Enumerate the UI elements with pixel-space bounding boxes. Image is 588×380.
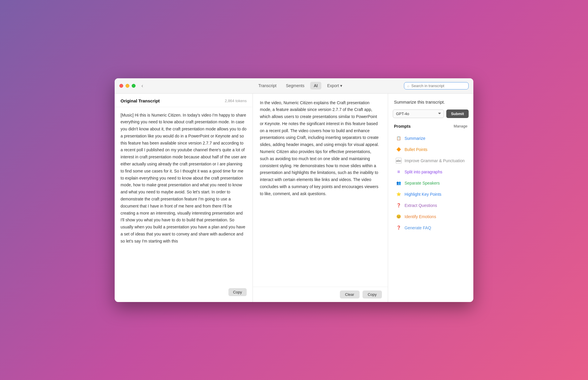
clear-button[interactable]: Clear bbox=[340, 291, 360, 298]
prompt-generate-faq[interactable]: ❓ Generate FAQ bbox=[393, 222, 469, 233]
left-panel-body: [Music] Hi this is Numeric Citizen. In t… bbox=[115, 107, 253, 302]
search-box: ⌕ bbox=[404, 82, 469, 89]
right-panel: Summarize this transcript. GPT-4o GPT-4 … bbox=[388, 94, 473, 302]
tab-segments[interactable]: Segments bbox=[282, 82, 308, 89]
export-button[interactable]: Export ▾ bbox=[324, 82, 346, 89]
middle-panel: In the video, Numeric Citizen explains t… bbox=[253, 94, 388, 302]
prompt-extract-questions[interactable]: ❓ Extract Questions bbox=[393, 200, 469, 211]
extract-questions-icon: ❓ bbox=[396, 203, 402, 208]
prompts-header: Prompts Manage bbox=[388, 122, 473, 132]
middle-panel-body: In the video, Numeric Citizen explains t… bbox=[253, 94, 388, 287]
prompt-identify-emotions-label: Identify Emotions bbox=[405, 214, 436, 219]
identify-emotions-icon: 😊 bbox=[396, 214, 402, 220]
prompt-highlight-key-points-label: Highlight Key Points bbox=[405, 192, 441, 197]
right-controls: GPT-4o GPT-4 GPT-3.5 Submit bbox=[388, 109, 473, 122]
right-panel-header: Summarize this transcript. bbox=[388, 94, 473, 109]
tab-ai[interactable]: AI bbox=[310, 82, 321, 89]
prompt-highlight-key-points[interactable]: ⭐ Highlight Key Points bbox=[393, 189, 469, 200]
close-button[interactable] bbox=[119, 84, 123, 88]
tab-transcript[interactable]: Transcript bbox=[255, 82, 280, 89]
model-select[interactable]: GPT-4o GPT-4 GPT-3.5 bbox=[393, 109, 444, 118]
prompt-identify-emotions[interactable]: 😊 Identify Emotions bbox=[393, 211, 469, 222]
summary-text: In the video, Numeric Citizen explains t… bbox=[260, 99, 381, 198]
prompt-improve-grammar-label: Improve Grammar & Punctuation bbox=[405, 158, 465, 163]
maximize-button[interactable] bbox=[132, 84, 136, 88]
minimize-button[interactable] bbox=[126, 84, 129, 88]
prompt-split-paragraphs-label: Split into paragraphs bbox=[405, 170, 442, 174]
app-window: ‹ Transcript Segments AI Export ▾ ⌕ Orig… bbox=[115, 78, 473, 302]
left-panel-title: Original Transcript bbox=[121, 98, 160, 103]
left-copy-button[interactable]: Copy bbox=[228, 288, 247, 296]
export-label: Export bbox=[327, 83, 339, 88]
prompt-summarize-label: Summarize bbox=[405, 136, 425, 141]
back-button[interactable]: ‹ bbox=[139, 82, 146, 90]
prompt-generate-faq-label: Generate FAQ bbox=[405, 225, 431, 230]
prompt-improve-grammar[interactable]: abc Improve Grammar & Punctuation bbox=[393, 155, 469, 166]
tab-bar: Transcript Segments AI Export ▾ bbox=[255, 82, 346, 89]
titlebar: ‹ Transcript Segments AI Export ▾ ⌕ bbox=[115, 78, 473, 94]
manage-link[interactable]: Manage bbox=[454, 124, 467, 128]
prompt-split-paragraphs[interactable]: ≡ Split into paragraphs bbox=[393, 166, 469, 177]
highlight-key-points-icon: ⭐ bbox=[396, 191, 402, 197]
left-panel-header: Original Transcript 2,864 tokens bbox=[115, 94, 253, 107]
prompt-separate-speakers[interactable]: 👥 Separate Speakers bbox=[393, 177, 469, 189]
improve-grammar-icon: abc bbox=[396, 158, 402, 164]
search-icon: ⌕ bbox=[407, 84, 410, 88]
transcript-text: [Music] Hi this is Numeric Citizen. In t… bbox=[121, 112, 247, 245]
prompts-label: Prompts bbox=[394, 124, 411, 129]
traffic-lights bbox=[119, 84, 136, 88]
prompt-bullet-points-label: Bullet Points bbox=[405, 147, 427, 152]
bullet-points-icon: 🔶 bbox=[396, 147, 402, 152]
prompts-list: 📋 Summarize 🔶 Bullet Points abc Improve … bbox=[388, 132, 473, 302]
prompt-summarize[interactable]: 📋 Summarize bbox=[393, 133, 469, 144]
separate-speakers-icon: 👥 bbox=[396, 180, 402, 186]
chevron-down-icon: ▾ bbox=[340, 83, 342, 88]
prompt-bullet-points[interactable]: 🔶 Bullet Points bbox=[393, 144, 469, 155]
generate-faq-icon: ❓ bbox=[396, 225, 402, 231]
left-panel: Original Transcript 2,864 tokens [Music]… bbox=[115, 94, 253, 302]
prompt-extract-questions-label: Extract Questions bbox=[405, 203, 437, 208]
split-paragraphs-icon: ≡ bbox=[396, 169, 402, 175]
right-panel-title: Summarize this transcript. bbox=[394, 99, 445, 104]
submit-button[interactable]: Submit bbox=[446, 109, 469, 118]
middle-copy-button[interactable]: Copy bbox=[363, 291, 382, 298]
prompt-separate-speakers-label: Separate Speakers bbox=[405, 181, 440, 185]
search-input[interactable] bbox=[411, 84, 465, 88]
main-content: Original Transcript 2,864 tokens [Music]… bbox=[115, 94, 473, 302]
token-count: 2,864 tokens bbox=[225, 99, 247, 103]
summarize-icon: 📋 bbox=[396, 135, 402, 141]
middle-panel-footer: Clear Copy bbox=[253, 287, 388, 302]
